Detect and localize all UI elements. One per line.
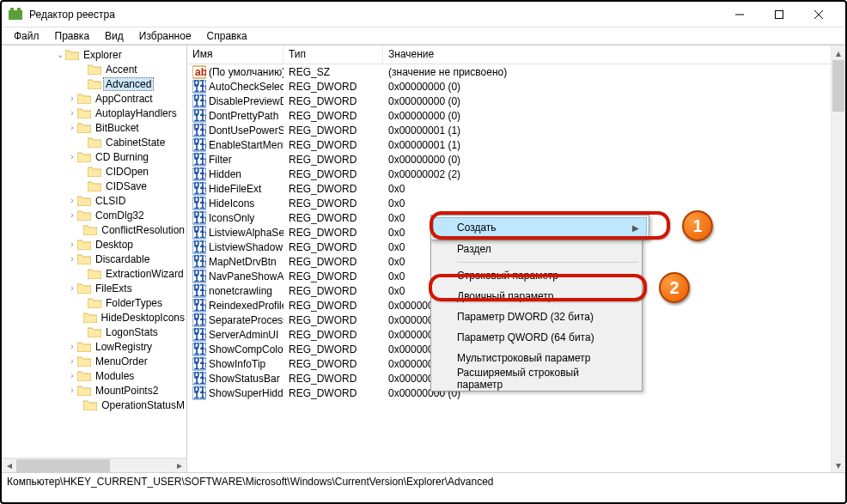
expander-closed-icon[interactable]: › xyxy=(67,210,77,220)
tree-item[interactable]: Accent xyxy=(2,62,186,76)
tree-item[interactable]: ›Desktop xyxy=(2,237,186,252)
list-row[interactable]: HideIconsREG_DWORD0x0 xyxy=(187,196,845,210)
value-type: REG_DWORD xyxy=(283,270,383,282)
expander-closed-icon[interactable]: › xyxy=(67,371,77,380)
list-row[interactable]: HiddenREG_DWORD0x00000002 (2) xyxy=(187,167,845,181)
folder-icon xyxy=(88,297,101,308)
list-row[interactable]: (По умолчанию)REG_SZ(значение не присвое… xyxy=(187,64,845,79)
tree-item[interactable]: CIDOpen xyxy=(2,164,186,179)
menu-правка[interactable]: Правка xyxy=(48,28,97,44)
horizontal-scrollbar[interactable]: ◂ ▸ xyxy=(2,458,186,472)
submenu-item[interactable]: Расширяемый строковый параметр xyxy=(433,368,640,389)
list-row[interactable]: DontPrettyPathREG_DWORD0x00000000 (0) xyxy=(187,108,845,123)
list-row[interactable]: EnableStartMenuREG_DWORD0x00000001 (1) xyxy=(187,137,845,152)
minimize-button[interactable] xyxy=(720,2,759,27)
scrollbar-thumb[interactable] xyxy=(832,60,844,112)
value-name: ListviewShadow xyxy=(209,241,283,253)
column-header-type[interactable]: Тип xyxy=(283,46,383,64)
menu-справка[interactable]: Справка xyxy=(200,28,254,44)
tree-item-label: CD Burning xyxy=(94,151,150,163)
menu-файл[interactable]: Файл xyxy=(7,28,46,44)
folder-icon xyxy=(88,326,101,337)
tree-item[interactable]: ConflictResolution xyxy=(2,222,186,237)
menu-избранное[interactable]: Избранное xyxy=(132,28,198,44)
tree-item[interactable]: ›FileExts xyxy=(2,281,186,295)
tree-item[interactable]: ›ComDlg32 xyxy=(2,208,186,222)
value-type: REG_DWORD xyxy=(283,300,383,312)
list-row[interactable]: HideFileExtREG_DWORD0x0 xyxy=(187,181,845,196)
list-row[interactable]: DontUsePowerS...REG_DWORD0x00000001 (1) xyxy=(187,123,845,137)
tree-item[interactable]: Advanced xyxy=(2,76,186,91)
submenu-item[interactable]: Параметр DWORD (32 бита) xyxy=(433,307,640,327)
tree-item[interactable]: ›MenuOrder xyxy=(2,354,186,368)
reg-binary-icon xyxy=(192,182,206,196)
submenu-item[interactable]: Строковый параметр xyxy=(433,265,640,286)
submenu-item[interactable]: Раздел xyxy=(433,239,640,259)
scroll-up-icon[interactable]: ▴ xyxy=(832,46,845,60)
tree-pane: ⌄ExplorerAccentAdvanced›AppContract›Auto… xyxy=(2,45,187,472)
folder-icon xyxy=(88,180,101,191)
folder-icon xyxy=(77,239,91,250)
scroll-left-icon[interactable]: ◂ xyxy=(2,458,16,473)
vertical-scrollbar[interactable]: ▴ ▾ xyxy=(831,46,845,472)
submenu-item[interactable]: Двоичный параметр xyxy=(433,286,640,307)
expander-closed-icon[interactable]: › xyxy=(67,94,77,103)
tree-item[interactable]: ›MountPoints2 xyxy=(2,383,186,398)
tree-item[interactable]: ⌄Explorer xyxy=(2,47,186,62)
tree-item[interactable]: CabinetState xyxy=(2,135,186,149)
expander-closed-icon[interactable]: › xyxy=(67,196,77,205)
maximize-button[interactable] xyxy=(759,2,799,27)
reg-binary-icon xyxy=(192,372,206,386)
value-data: 0x0 xyxy=(383,183,845,195)
tree-item[interactable]: ›CLSID xyxy=(2,193,186,208)
expander-closed-icon[interactable]: › xyxy=(67,240,77,249)
context-menu-item-create[interactable]: Создать ▶ xyxy=(433,217,647,238)
tree-item-label: LowRegistry xyxy=(94,341,154,353)
tree-item[interactable]: HideDesktopIcons xyxy=(2,310,186,325)
expander-open-icon[interactable]: ⌄ xyxy=(55,50,65,59)
column-header-name[interactable]: Имя xyxy=(187,46,283,64)
submenu-item[interactable]: Мультистроковый параметр xyxy=(433,348,640,368)
context-submenu-new: РазделСтроковый параметрДвоичный парамет… xyxy=(430,236,643,392)
tree-item[interactable]: ExtractionWizard xyxy=(2,266,186,281)
tree-item[interactable]: ›AppContract xyxy=(2,91,186,106)
tree-item-label: BitBucket xyxy=(94,122,141,134)
tree-item[interactable]: ›Modules xyxy=(2,368,186,383)
tree-item[interactable]: ›AutoplayHandlers xyxy=(2,106,186,120)
scrollbar-thumb[interactable] xyxy=(16,459,110,472)
reg-binary-icon xyxy=(192,299,206,313)
list-row[interactable]: AutoCheckSelectREG_DWORD0x00000000 (0) xyxy=(187,79,845,94)
scroll-down-icon[interactable]: ▾ xyxy=(832,458,845,472)
list-row[interactable]: FilterREG_DWORD0x00000000 (0) xyxy=(187,152,845,167)
statusbar: Компьютер\HKEY_CURRENT_USER\SOFTWARE\Mic… xyxy=(2,472,845,491)
value-type: REG_DWORD xyxy=(283,387,383,399)
expander-closed-icon[interactable]: › xyxy=(67,356,77,366)
svg-rect-8 xyxy=(776,10,783,18)
value-data: 0x00000000 (0) xyxy=(383,95,845,107)
tree-item[interactable]: ›LowRegistry xyxy=(2,339,186,354)
value-name: ListviewAlphaSe... xyxy=(209,227,283,239)
tree-item[interactable]: FolderTypes xyxy=(2,295,186,310)
list-row[interactable]: DisablePreviewD...REG_DWORD0x00000000 (0… xyxy=(187,94,845,108)
expander-closed-icon[interactable]: › xyxy=(67,108,77,118)
submenu-item[interactable]: Параметр QWORD (64 бита) xyxy=(433,327,640,348)
column-header-value[interactable]: Значение xyxy=(383,46,845,64)
expander-closed-icon[interactable]: › xyxy=(67,254,77,264)
expander-closed-icon[interactable]: › xyxy=(67,152,77,161)
close-button[interactable] xyxy=(799,2,838,27)
scroll-right-icon[interactable]: ▸ xyxy=(172,458,186,473)
tree-item[interactable]: OperationStatusM xyxy=(2,398,186,412)
folder-icon xyxy=(88,268,101,279)
tree-item[interactable]: LogonStats xyxy=(2,325,186,339)
tree-item[interactable]: ›Discardable xyxy=(2,252,186,266)
expander-closed-icon[interactable]: › xyxy=(67,342,77,351)
expander-closed-icon[interactable]: › xyxy=(67,123,77,132)
expander-closed-icon[interactable]: › xyxy=(67,283,77,293)
expander-closed-icon[interactable]: › xyxy=(67,386,77,395)
tree-item[interactable]: ›BitBucket xyxy=(2,120,186,135)
menu-вид[interactable]: Вид xyxy=(98,28,131,44)
reg-binary-icon xyxy=(192,80,206,94)
tree-item[interactable]: CIDSave xyxy=(2,179,186,193)
value-type: REG_DWORD xyxy=(283,124,383,137)
tree-item[interactable]: ›CD Burning xyxy=(2,149,186,164)
